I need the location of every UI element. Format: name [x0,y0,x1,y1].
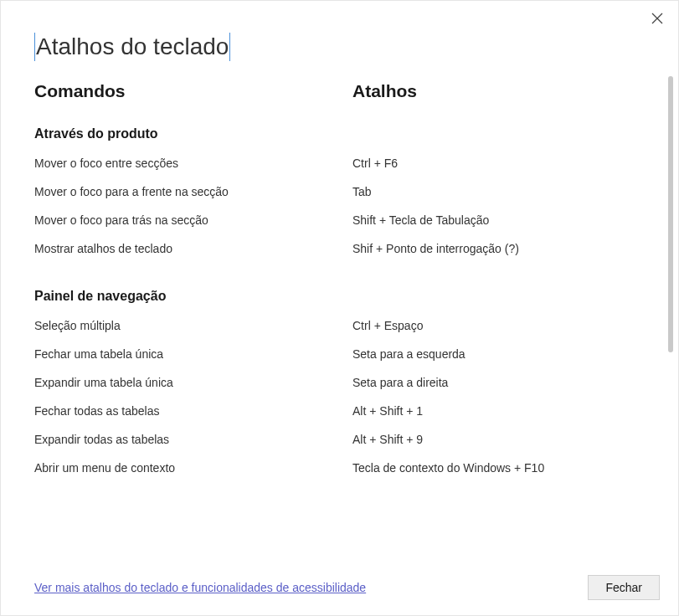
shortcut-label: Alt + Shift + 1 [352,404,645,418]
shortcut-row: Expandir todas as tabelas Alt + Shift + … [34,433,645,446]
command-label: Fechar uma tabela única [34,347,352,361]
command-label: Mover o foco para a frente na secção [34,185,352,198]
command-label: Mostrar atalhos de teclado [34,242,352,255]
command-label: Seleção múltipla [34,319,352,332]
dialog-title: Atalhos do teclado [34,33,230,61]
shortcut-label: Shift + Tecla de Tabulação [352,213,645,227]
shortcut-label: Ctrl + F6 [352,157,645,170]
scrollbar-thumb[interactable] [668,76,673,352]
shortcut-row: Fechar todas as tabelas Alt + Shift + 1 [34,404,645,418]
command-label: Expandir todas as tabelas [34,433,352,446]
command-label: Abrir um menu de contexto [34,461,352,475]
shortcut-label: Alt + Shift + 9 [352,433,645,446]
shortcut-label: Ctrl + Espaço [352,319,645,332]
shortcut-label: Tab [352,185,645,198]
column-header-commands: Comandos [34,81,352,101]
shortcut-row: Expandir uma tabela única Seta para a di… [34,376,645,389]
section-title: Através do produto [34,126,645,141]
column-header-shortcuts: Atalhos [352,81,417,101]
shortcut-row: Mover o foco para a frente na secção Tab [34,185,645,198]
dialog-footer: Ver mais atalhos do teclado e funcionali… [1,563,678,615]
shortcut-label: Tecla de contexto do Windows + F10 [352,461,645,475]
section-navigation-panel: Painel de navegação Seleção múltipla Ctr… [34,289,645,475]
command-label: Mover o foco para trás na secção [34,213,352,227]
shortcut-row: Mover o foco para trás na secção Shift +… [34,213,645,227]
dialog-content: Atalhos do teclado Comandos Atalhos Atra… [1,1,678,562]
shortcut-row: Fechar uma tabela única Seta para a esqu… [34,347,645,361]
shortcut-row: Mover o foco entre secções Ctrl + F6 [34,157,645,170]
shortcut-label: Seta para a esquerda [352,347,645,361]
command-label: Fechar todas as tabelas [34,404,352,418]
close-button[interactable]: Fechar [588,575,660,600]
shortcut-row: Seleção múltipla Ctrl + Espaço [34,319,645,332]
more-shortcuts-link[interactable]: Ver mais atalhos do teclado e funcionali… [34,581,366,594]
shortcut-row: Abrir um menu de contexto Tecla de conte… [34,461,645,475]
column-headers: Comandos Atalhos [34,81,645,101]
section-title: Painel de navegação [34,289,645,304]
section-through-product: Através do produto Mover o foco entre se… [34,126,645,255]
shortcut-row: Mostrar atalhos de teclado Shif + Ponto … [34,242,645,255]
command-label: Mover o foco entre secções [34,157,352,170]
shortcut-label: Shif + Ponto de interrogação (?) [352,242,645,255]
shortcut-label: Seta para a direita [352,376,645,389]
command-label: Expandir uma tabela única [34,376,352,389]
